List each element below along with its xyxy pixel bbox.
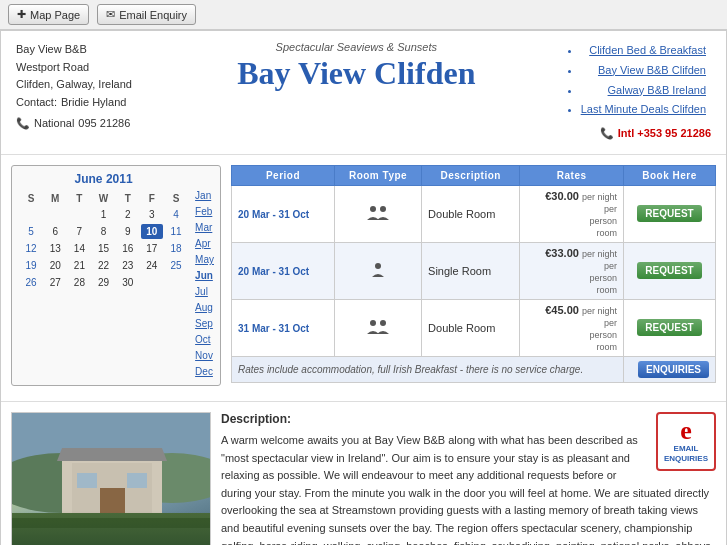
calendar-month-item[interactable]: Jul (195, 284, 214, 299)
cal-day[interactable]: 18 (165, 241, 187, 256)
avail-footnote: Rates include accommodation, full Irish … (232, 356, 624, 382)
cal-day[interactable]: 14 (68, 241, 90, 256)
cal-day-s2: S (165, 192, 187, 205)
phone-label: National (34, 115, 74, 133)
avail-description: Single Room (422, 242, 520, 299)
cal-day[interactable]: 1 (92, 207, 114, 222)
col-roomtype: Room Type (334, 165, 421, 185)
request-button[interactable]: REQUEST (637, 205, 701, 222)
top-bar: ✚ Map Page ✉ Email Enquiry (0, 0, 727, 30)
calendar-month-item[interactable]: Feb (195, 204, 214, 219)
col-period: Period (232, 165, 335, 185)
col-description: Description (422, 165, 520, 185)
bottom-section: 2.5km from Clifden Spacious Ensuite Bedr… (1, 401, 726, 545)
enquiries-button[interactable]: ENQUIRIES (638, 361, 709, 378)
cal-day[interactable]: 5 (20, 224, 42, 239)
cal-day[interactable]: 2 (117, 207, 139, 222)
cal-day[interactable]: 11 (165, 224, 187, 239)
map-page-button[interactable]: ✚ Map Page (8, 4, 89, 25)
avail-period: 20 Mar - 31 Oct (232, 242, 335, 299)
cal-day[interactable]: 9 (117, 224, 139, 239)
calendar-month-item[interactable]: Aug (195, 300, 214, 315)
contact-name: Bridie Hyland (61, 94, 126, 112)
cal-day[interactable]: 12 (20, 241, 42, 256)
description-section: e EMAILENQUIRIES Description: A warm wel… (221, 412, 716, 545)
contact-label: Contact: (16, 94, 57, 112)
cal-day[interactable]: 26 (20, 275, 42, 290)
cal-day[interactable]: 30 (117, 275, 139, 290)
cal-day[interactable]: 24 (141, 258, 163, 273)
cal-day-w: W (92, 192, 114, 205)
email-enquiries-logo[interactable]: e EMAILENQUIRIES (656, 412, 716, 471)
calendar-month: June (75, 172, 103, 186)
cal-day[interactable]: 23 (117, 258, 139, 273)
cal-day[interactable]: 8 (92, 224, 114, 239)
site-title: Bay View Clifden (132, 55, 581, 92)
svg-point-3 (370, 320, 376, 326)
cal-day[interactable]: 22 (92, 258, 114, 273)
link-clifden-bb[interactable]: Clifden Bed & Breakfast (581, 41, 706, 61)
avail-period: 31 Mar - 31 Oct (232, 299, 335, 356)
calendar-month-item[interactable]: Mar (195, 220, 214, 235)
cal-day-t2: T (117, 192, 139, 205)
svg-point-0 (370, 206, 376, 212)
cal-day[interactable]: 13 (44, 241, 66, 256)
svg-rect-11 (77, 473, 97, 488)
calendar-month-item[interactable]: Sep (195, 316, 214, 331)
calendar-month-item[interactable]: May (195, 252, 214, 267)
property-image-section: 2.5km from Clifden Spacious Ensuite Bedr… (11, 412, 211, 545)
calendar-main: June 2011 S M T W T (18, 172, 189, 292)
link-bayview-clifden[interactable]: Bay View B&B Clifden (581, 61, 706, 81)
cal-day-m: M (44, 192, 66, 205)
cal-day-f: F (141, 192, 163, 205)
cal-day (165, 275, 187, 290)
cal-day[interactable]: 28 (68, 275, 90, 290)
svg-point-4 (380, 320, 386, 326)
property-photo (11, 412, 211, 545)
cal-day[interactable]: 4 (165, 207, 187, 222)
calendar-month-item[interactable]: Oct (195, 332, 214, 347)
availability-section: Period Room Type Description Rates Book … (231, 165, 716, 386)
calendar-grid: S M T W T F S 12345678910111213 (18, 190, 189, 292)
request-button[interactable]: REQUEST (637, 262, 701, 279)
availability-table: Period Room Type Description Rates Book … (231, 165, 716, 383)
cal-day[interactable]: 21 (68, 258, 90, 273)
description-title: Description: (221, 412, 716, 426)
avail-rate: €45.00 per nightperpersonroom (520, 299, 624, 356)
avail-row: 20 Mar - 31 OctSingle Room€33.00 per nig… (232, 242, 716, 299)
cal-day[interactable]: 25 (165, 258, 187, 273)
avail-rate: €33.00 per nightperpersonroom (520, 242, 624, 299)
email-enquiry-button[interactable]: ✉ Email Enquiry (97, 4, 196, 25)
address-line2: Clifden, Galway, Ireland (16, 76, 132, 94)
cal-day[interactable]: 10 (141, 224, 163, 239)
calendar-month-item[interactable]: Nov (195, 348, 214, 363)
cal-day[interactable]: 7 (68, 224, 90, 239)
cal-day[interactable]: 29 (92, 275, 114, 290)
cal-day[interactable]: 27 (44, 275, 66, 290)
cal-day[interactable]: 15 (92, 241, 114, 256)
business-name: Bay View B&B (16, 41, 132, 59)
calendar-header: June 2011 S M T W T (18, 172, 214, 379)
cal-day[interactable]: 17 (141, 241, 163, 256)
calendar-month-item[interactable]: Dec (195, 364, 214, 379)
email-enquiries-text: EMAILENQUIRIES (664, 444, 708, 465)
phone-icon: 📞 (16, 115, 30, 133)
local-phone: 📞 National 095 21286 (16, 115, 132, 133)
cal-day[interactable]: 6 (44, 224, 66, 239)
cal-day[interactable]: 16 (117, 241, 139, 256)
link-last-minute[interactable]: Last Minute Deals Clifden (581, 100, 706, 120)
cal-day[interactable]: 19 (20, 258, 42, 273)
cal-day[interactable]: 20 (44, 258, 66, 273)
avail-book-cell: REQUEST (624, 185, 716, 242)
calendar-month-item[interactable]: Apr (195, 236, 214, 251)
calendar-month-item[interactable]: Jan (195, 188, 214, 203)
link-galway-bb[interactable]: Galway B&B Ireland (581, 81, 706, 101)
avail-description: Double Room (422, 299, 520, 356)
calendar-month-item[interactable]: Jun (195, 268, 214, 283)
tagline: Spectacular Seaviews & Sunsets (132, 41, 581, 53)
cal-day-t1: T (68, 192, 90, 205)
cal-day[interactable]: 3 (141, 207, 163, 222)
cal-day (68, 207, 90, 222)
request-button[interactable]: REQUEST (637, 319, 701, 336)
avail-rate: €30.00 per nightperpersonroom (520, 185, 624, 242)
